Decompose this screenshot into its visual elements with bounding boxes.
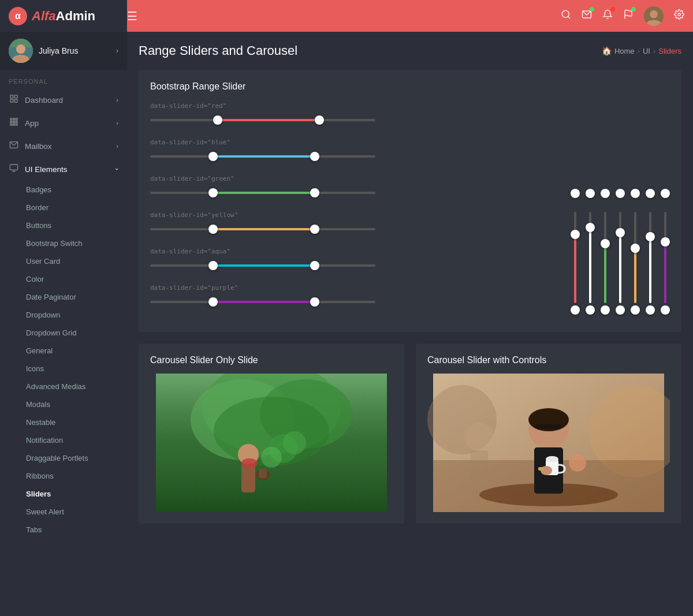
- vslider-fill-6: [664, 237, 666, 303]
- slider-thumb1-green[interactable]: [208, 188, 218, 197]
- vslider-top-thumb-4[interactable]: [631, 189, 640, 198]
- svg-point-5: [650, 10, 658, 18]
- sidebar-item-mailbox[interactable]: Mailbox ›: [0, 135, 127, 158]
- slider-thumb1-aqua[interactable]: [208, 261, 218, 270]
- vslider-bot-thumb-0[interactable]: [571, 305, 580, 315]
- slider-thumb1-purple[interactable]: [208, 297, 218, 307]
- vslider-bot-thumb-3[interactable]: [616, 305, 625, 315]
- slider-thumb2-aqua[interactable]: [310, 261, 319, 270]
- sidebar-item-sweet-alert[interactable]: Sweet Alert: [9, 503, 127, 521]
- svg-rect-17: [10, 121, 12, 123]
- slider-fill-red: [218, 119, 319, 121]
- vslider-bot-thumb-6[interactable]: [661, 305, 670, 315]
- slider-track-yellow[interactable]: [150, 223, 375, 235]
- sidebar-item-user-card[interactable]: User Card: [9, 252, 127, 270]
- user-avatar[interactable]: [644, 6, 664, 26]
- search-icon[interactable]: [561, 9, 571, 23]
- vslider-mid-thumb-2[interactable]: [601, 239, 610, 248]
- sidebar-item-dropdown[interactable]: Dropdown: [9, 306, 127, 324]
- vslider-mid-thumb-3[interactable]: [616, 228, 625, 237]
- sidebar-item-icons[interactable]: Icons: [9, 360, 127, 378]
- slider-thumb1-yellow[interactable]: [208, 225, 218, 234]
- slider-track-blue[interactable]: [150, 151, 375, 162]
- sidebar-item-sliders[interactable]: Sliders: [9, 485, 127, 503]
- slider-track-purple[interactable]: [150, 296, 375, 308]
- slider-fill-green: [213, 192, 315, 194]
- mail-icon[interactable]: [582, 9, 592, 23]
- vslider-container-5[interactable]: [646, 193, 655, 315]
- slider-thumb2-yellow[interactable]: [310, 225, 319, 234]
- carousel-only-image[interactable]: [150, 374, 393, 512]
- slider-thumb2-red[interactable]: [315, 115, 324, 125]
- slider-track-green[interactable]: [150, 187, 375, 199]
- slider-thumb2-blue[interactable]: [310, 152, 319, 161]
- sidebar-item-app-label: App: [25, 119, 39, 128]
- slider-row-purple: data-slider-id="purple": [150, 284, 553, 308]
- sidebar-item-advanced-medias[interactable]: Advanced Medias: [9, 378, 127, 395]
- sidebar-item-modals[interactable]: Modals: [9, 395, 127, 413]
- slider-track-red[interactable]: [150, 114, 375, 126]
- flag-icon[interactable]: [623, 9, 634, 23]
- vslider-bot-thumb-1[interactable]: [586, 305, 595, 315]
- svg-point-9: [16, 44, 25, 54]
- vslider-container-0[interactable]: [571, 193, 580, 315]
- vslider-top-thumb-6[interactable]: [661, 189, 670, 198]
- bell-icon[interactable]: [602, 9, 613, 23]
- sidebar-item-dropdown-grid[interactable]: Dropdown Grid: [9, 324, 127, 342]
- sidebar-item-border[interactable]: Border: [9, 199, 127, 216]
- svg-rect-11: [14, 95, 17, 98]
- slider-row-red: data-slider-id="red": [150, 102, 553, 126]
- slider-label-yellow: data-slider-id="yellow": [150, 211, 553, 219]
- settings-icon[interactable]: [674, 9, 684, 23]
- sidebar-item-ribbons[interactable]: Ribbons: [9, 467, 127, 485]
- vslider-top-thumb-0[interactable]: [571, 189, 580, 198]
- vslider-mid-thumb-4[interactable]: [631, 244, 640, 253]
- slider-thumb1-blue[interactable]: [208, 152, 218, 161]
- sidebar-item-bootstrap-switch[interactable]: Bootstrap Switch: [9, 234, 127, 252]
- breadcrumb-section[interactable]: UI: [643, 47, 650, 55]
- vslider-container-6[interactable]: [661, 193, 670, 315]
- svg-rect-22: [16, 124, 17, 125]
- vslider-bot-thumb-4[interactable]: [631, 305, 640, 315]
- svg-rect-37: [259, 469, 267, 478]
- vslider-container-2[interactable]: [601, 193, 610, 315]
- sidebar-item-notification[interactable]: Notification: [9, 431, 127, 449]
- vslider-top-thumb-5[interactable]: [646, 189, 655, 198]
- sidebar-item-dashboard[interactable]: Dashboard ›: [0, 88, 127, 111]
- slider-thumb1-red[interactable]: [213, 115, 222, 125]
- carousel-controls-image[interactable]: [427, 374, 670, 512]
- sidebar-item-ui-elements-arrow: ›: [114, 168, 121, 170]
- sidebar-item-nestable[interactable]: Nestable: [9, 413, 127, 431]
- sidebar-item-general[interactable]: General: [9, 342, 127, 360]
- sidebar-item-ui-elements[interactable]: UI Elements ›: [0, 158, 127, 181]
- vslider-container-4[interactable]: [631, 193, 640, 315]
- vslider-mid-thumb-5[interactable]: [646, 232, 655, 241]
- vslider-mid-thumb-0[interactable]: [571, 230, 580, 239]
- vslider-top-thumb-3[interactable]: [616, 189, 625, 198]
- slider-track-aqua[interactable]: [150, 260, 375, 271]
- breadcrumb-home[interactable]: Home: [614, 47, 635, 55]
- vslider-container-3[interactable]: [616, 193, 625, 315]
- sidebar-item-badges[interactable]: Badges: [9, 181, 127, 199]
- vslider-bot-thumb-5[interactable]: [646, 305, 655, 315]
- vslider-top-thumb-2[interactable]: [601, 189, 610, 198]
- vslider-bot-thumb-2[interactable]: [601, 305, 610, 315]
- sidebar-item-date-paginator[interactable]: Date Paginator: [9, 288, 127, 306]
- sidebar-item-tabs[interactable]: Tabs: [9, 521, 127, 539]
- user-panel[interactable]: Juliya Brus ›: [0, 32, 127, 70]
- vslider-mid-thumb-6[interactable]: [661, 237, 670, 247]
- vslider-container-1[interactable]: [586, 193, 595, 315]
- carousel-only-title: Carousel Slider Only Slide: [150, 355, 393, 365]
- vslider-track-5: [649, 212, 651, 303]
- sidebar-item-color[interactable]: Color: [9, 270, 127, 288]
- slider-thumb2-purple[interactable]: [310, 297, 319, 307]
- sidebar-item-draggable-portlets[interactable]: Draggable Portlets: [9, 449, 127, 467]
- hamburger-icon[interactable]: ☰: [127, 9, 137, 23]
- vslider-mid-thumb-1[interactable]: [586, 223, 595, 232]
- sidebar-item-app[interactable]: App ›: [0, 111, 127, 135]
- sidebar-item-buttons[interactable]: Buttons: [9, 216, 127, 234]
- vslider-track-3: [619, 212, 621, 303]
- vslider-fill-0: [574, 230, 576, 304]
- slider-thumb2-green[interactable]: [310, 188, 319, 197]
- vslider-top-thumb-1[interactable]: [586, 189, 595, 198]
